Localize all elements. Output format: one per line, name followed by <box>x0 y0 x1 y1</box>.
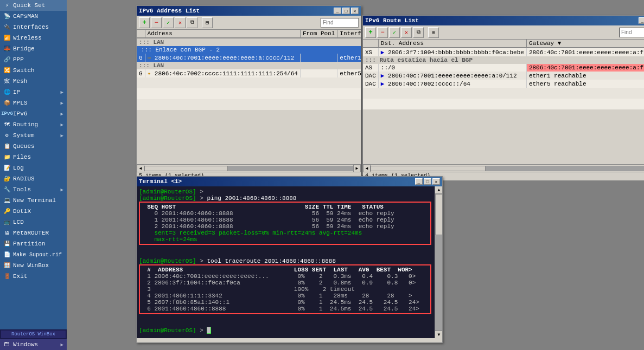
mpls-icon: 📦 <box>3 99 11 107</box>
sidebar-item-metarouter[interactable]: 🖥 MetaROUTER <box>0 228 67 238</box>
ipv6-route-find-input[interactable] <box>619 28 644 37</box>
sidebar-item-ipv6[interactable]: IPv6 IPv6 ▶ <box>0 108 67 119</box>
sidebar-item-routing[interactable]: 🗺 Routing ▶ <box>0 119 67 130</box>
ipv6-addr-maximize[interactable]: □ <box>342 8 350 14</box>
hscroll-left[interactable]: ◀ <box>363 165 371 172</box>
ipv6-route-col-dst[interactable]: Dst. Address <box>378 40 526 48</box>
sidebar-item-switch[interactable]: 🔀 Switch <box>0 65 67 76</box>
ipv6-address-list-window: IPv6 Address List _ □ ✕ + − ✓ ✕ ⧉ <box>136 5 361 176</box>
sidebar-item-tools[interactable]: 🔧 Tools ▶ <box>0 184 67 195</box>
sidebar-item-new-winbox[interactable]: 🪟 New WinBox <box>0 260 67 271</box>
sidebar-item-capsman[interactable]: 📡 CAPsMAN <box>0 11 67 22</box>
ipv6-addr-disable-btn[interactable]: ✕ <box>175 17 186 28</box>
ipv6-addr-titlebar[interactable]: IPv6 Address List _ □ ✕ <box>137 6 361 16</box>
sidebar-item-make-supout[interactable]: 📄 Make Supout.rif <box>0 249 67 260</box>
row-gw: ether5 reachable <box>526 80 644 88</box>
ipv6-route-col-gw[interactable]: Gateway ▼ <box>526 40 644 48</box>
ipv6-route-disable-btn[interactable]: ✕ <box>401 27 412 38</box>
table-row[interactable]: ::: Enlace con BGP - 2 <box>137 46 361 54</box>
table-row[interactable]: G ✦ 2806:40c:7002:cccc:1111:1111:1111:25… <box>137 69 361 77</box>
ipv6-addr-col-interface[interactable]: Interf▲ <box>337 30 361 38</box>
ipv6-route-remove-btn[interactable]: − <box>377 27 388 38</box>
mpls-arrow: ▶ <box>61 100 63 106</box>
sidebar-item-exit[interactable]: 🚪 Exit <box>0 271 67 282</box>
table-row[interactable]: DAC ▶ 2806:40c:7002:cccc::/64 ether5 rea… <box>363 80 644 88</box>
hscroll-track[interactable] <box>371 166 644 171</box>
terminal-maximize[interactable]: □ <box>424 178 431 185</box>
sidebar-item-interfaces[interactable]: 🔌 Interfaces <box>0 22 67 33</box>
make-supout-icon: 📄 <box>3 251 11 258</box>
ipv6-route-col-flag[interactable] <box>363 40 378 48</box>
ipv6-route-minimize[interactable]: _ <box>639 17 644 24</box>
table-row <box>137 77 361 88</box>
sidebar-item-new-terminal[interactable]: 💻 New Terminal <box>0 195 67 206</box>
table-row[interactable]: G ⇒ 2806:40c:7001:eeee:eeee:eeee:a:cccc/… <box>137 54 361 62</box>
ipv6-addr-col-address[interactable]: Address <box>145 30 300 38</box>
ipv6-route-titlebar[interactable]: IPv6 Route List _ □ ✕ <box>363 16 644 25</box>
hscroll-right[interactable]: ▶ <box>353 165 361 172</box>
terminal-minimize[interactable]: _ <box>415 178 423 185</box>
vscroll-thumb <box>435 194 442 235</box>
ipv6-addr-copy-btn[interactable]: ⧉ <box>187 17 197 28</box>
terminal-vscroll[interactable]: ▲ ▼ <box>435 186 442 338</box>
terminal-close[interactable]: ✕ <box>432 178 440 185</box>
ipv6-route-copy-btn[interactable]: ⧉ <box>413 27 424 38</box>
sidebar-label-log: Log <box>13 165 24 171</box>
ipv6-addr-filter-btn[interactable]: ⊞ <box>202 17 213 28</box>
table-row <box>363 88 644 99</box>
ipv6-addr-remove-btn[interactable]: − <box>151 17 162 28</box>
ipv6-route-filter-btn[interactable]: ⊞ <box>428 27 439 38</box>
vscroll-up[interactable]: ▲ <box>435 186 442 194</box>
capsman-icon: 📡 <box>3 12 11 20</box>
sidebar-item-radius[interactable]: 🔐 RADIUS <box>0 173 67 184</box>
sidebar-item-lcd[interactable]: 📺 LCD <box>0 217 67 228</box>
sidebar-item-queues[interactable]: 📋 Queues <box>0 141 67 152</box>
ipv6-addr-minimize[interactable]: _ <box>334 8 341 14</box>
hscroll-track[interactable] <box>144 166 353 171</box>
table-row[interactable]: AS ::/0 2806:40c:7001:eeee:eeee:eeee:a:f… <box>363 64 644 72</box>
sidebar-item-wireless[interactable]: 📶 Wireless <box>0 33 67 43</box>
switch-icon: 🔀 <box>3 67 11 74</box>
sidebar-item-mpls[interactable]: 📦 MPLS ▶ <box>0 98 67 108</box>
row-dst: ▶ 2806:40c:7001:eeee:eeee:eeee:a:0/112 <box>378 72 526 80</box>
sidebar-item-quick-set[interactable]: ⚡ Quick Set <box>0 0 67 11</box>
table-row[interactable]: XS ▶ 2806:3f7:1004:bbbb:bbbb:bbbb:f0ca:b… <box>363 48 644 56</box>
sidebar-item-mesh[interactable]: 🕸 Mesh <box>0 76 67 87</box>
new-terminal-icon: 💻 <box>3 197 11 204</box>
ipv6-addr-enable-btn[interactable]: ✓ <box>163 17 174 28</box>
bgp-group-label: ::: Enlace con BGP - 2 <box>141 47 220 53</box>
sidebar-item-partition[interactable]: 💾 Partition <box>0 238 67 249</box>
sidebar-label-ppp: PPP <box>13 56 24 63</box>
ipv6-addr-find-input[interactable] <box>321 18 359 28</box>
sidebar-item-system[interactable]: ⚙ System ▶ <box>0 130 67 141</box>
ipv6-addr-col-frompool[interactable]: From Pool <box>300 30 337 38</box>
ipv6-addr-close[interactable]: ✕ <box>351 8 359 14</box>
sidebar-item-bridge[interactable]: 🌉 Bridge <box>0 43 67 54</box>
sidebar-label-queues: Queues <box>13 143 35 150</box>
sidebar-item-dot1x[interactable]: 🔑 Dot1X <box>0 206 67 217</box>
ipv6-addr-add-btn[interactable]: + <box>139 17 150 28</box>
sidebar-item-ppp[interactable]: 🔗 PPP <box>0 54 67 65</box>
sidebar-label-quick-set: Quick Set <box>13 2 45 9</box>
sidebar-item-log[interactable]: 📝 Log <box>0 163 67 173</box>
tools-arrow: ▶ <box>61 187 63 193</box>
hscroll-left[interactable]: ◀ <box>137 165 144 172</box>
ipv6-addr-toolbar: + − ✓ ✕ ⧉ ⊞ <box>137 16 361 30</box>
terminal-body[interactable]: ▲ ▼ [admin@RouterOS] > [admin@RouterOS] … <box>137 186 442 338</box>
row-interface: ether1 <box>337 54 361 62</box>
sidebar-label-interfaces: Interfaces <box>13 24 49 30</box>
row-address: ⇒ 2806:40c:7001:eeee:eeee:eeee:a:cccc/11… <box>145 54 300 62</box>
terminal-titlebar[interactable]: Terminal <1> _ □ ✕ <box>137 177 442 186</box>
bgp-group-route-label: ::: Ruta estatica hacia el BGP <box>365 57 473 63</box>
ipv6-addr-col-flag[interactable] <box>137 30 145 38</box>
ipv6-route-enable-btn[interactable]: ✓ <box>389 27 400 38</box>
vscroll-down[interactable]: ▼ <box>435 330 442 338</box>
sidebar-item-windows[interactable]: 🗔 Windows ▶ <box>0 339 67 350</box>
ipv6-route-add-btn[interactable]: + <box>365 27 376 38</box>
ipv6-route-hscroll[interactable]: ◀ ▶ <box>363 164 644 172</box>
ipv6-addr-hscroll[interactable]: ◀ ▶ <box>137 164 361 172</box>
table-row[interactable]: DAC ▶ 2806:40c:7001:eeee:eeee:eeee:a:0/1… <box>363 72 644 80</box>
sidebar-item-files[interactable]: 📁 Files <box>0 152 67 163</box>
hscroll-thumb <box>371 166 486 171</box>
sidebar-item-ip[interactable]: 🌐 IP ▶ <box>0 87 67 98</box>
